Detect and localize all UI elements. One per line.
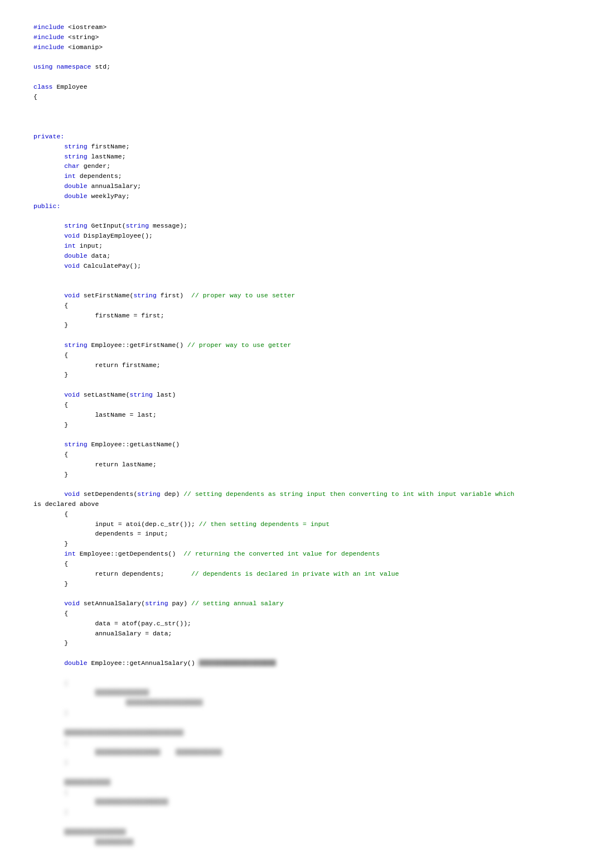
code-editor: #include <iostream> #include <string> #i… xyxy=(33,22,575,868)
code-content: #include <iostream> #include <string> #i… xyxy=(33,22,575,868)
